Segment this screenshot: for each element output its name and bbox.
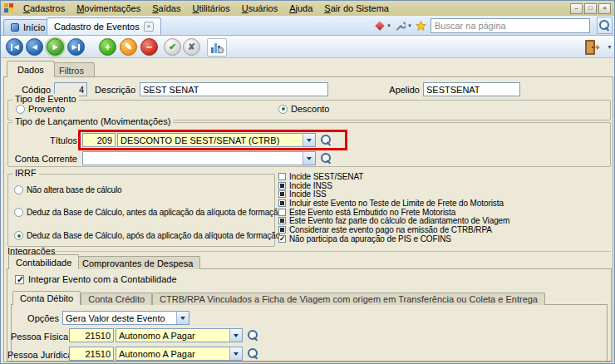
titulos-search-icon[interactable] — [321, 135, 332, 145]
flag-pis-cofins[interactable]: Não participa da apuração de PIS e COFIN… — [278, 234, 613, 243]
chevron-down-icon: ▼ — [407, 23, 412, 28]
radio-irrf-deduz-antes[interactable]: Deduz da Base de Cálculo, antes da aplic… — [14, 208, 283, 217]
menu-bar: Cadastros Movimentações Saídas Utilitári… — [1, 1, 614, 16]
confirm-button[interactable]: ✔ — [164, 38, 181, 56]
descricao-input[interactable] — [140, 82, 328, 96]
titulos-combo[interactable]: DESCONTO DE SEST/SENAT (CTRB) — [117, 133, 316, 147]
tab-filtros[interactable]: Filtros — [48, 62, 95, 77]
radio-provento[interactable]: Provento — [16, 104, 65, 114]
flag-incide-inss[interactable]: Incide INSS — [278, 181, 613, 190]
page-search-input[interactable] — [430, 18, 590, 33]
tab-dados[interactable]: Dados — [7, 61, 55, 77]
tab-inicio[interactable]: Início — [3, 19, 52, 35]
descricao-label: Descrição — [87, 85, 135, 95]
menu-usuarios[interactable]: Usuários — [236, 2, 283, 15]
apelido-input[interactable] — [423, 82, 520, 96]
edit-record-button[interactable]: ✎ — [120, 38, 137, 56]
tab-contabilidade[interactable]: Contabilidade — [8, 254, 79, 269]
cancel-button[interactable]: ✘ — [183, 38, 200, 56]
conta-corrente-combo[interactable] — [82, 151, 316, 165]
menu-saidas[interactable]: Saídas — [146, 2, 186, 15]
menu-sair[interactable]: Sair do Sistema — [318, 2, 395, 15]
conta-corrente-label: Conta Corrente — [11, 154, 77, 164]
flag-pago-ctrb-rpa[interactable]: Considerar este evento pago na emissão d… — [278, 225, 613, 234]
pessoa-fisica-search-icon[interactable] — [248, 330, 258, 341]
radio-irrf-deduz-apos[interactable]: Deduz da Base de Cálculo, após da aplica… — [14, 231, 280, 240]
event-flags-list: Incide SEST/SENAT Incide INSS Incide ISS… — [278, 172, 613, 243]
checkbox-icon — [278, 190, 286, 198]
tab-cadastro-label: Cadastro de Eventos — [54, 22, 140, 32]
subtab-conta-debito-label: Conta Débito — [20, 293, 73, 303]
radio-desconto-label: Desconto — [291, 104, 329, 114]
titulos-label: Títulos — [27, 135, 77, 145]
main-content: Dados Filtros Código Descrição Apelido T… — [1, 58, 615, 364]
inicio-tab-icon — [11, 23, 19, 32]
pessoa-juridica-code-input[interactable] — [69, 347, 114, 361]
chevron-down-icon[interactable] — [176, 312, 189, 324]
dados-panel: Código Descrição Apelido Tipo de Evento … — [3, 76, 613, 362]
conta-corrente-search-icon[interactable] — [321, 153, 332, 164]
previous-record-button[interactable]: ◀ — [26, 38, 43, 56]
gem-button[interactable]: ▼ — [372, 18, 394, 33]
page-search-button[interactable] — [597, 17, 613, 34]
delete-record-button[interactable]: − — [140, 38, 158, 56]
check-icon: ✔ — [169, 42, 176, 52]
close-button[interactable]: × — [598, 3, 611, 14]
gem-icon — [375, 21, 384, 30]
menu-utilitarios[interactable]: Utilitários — [186, 2, 235, 15]
first-record-button[interactable]: ◀ — [6, 38, 23, 56]
opcoes-combo[interactable]: Gera Valor deste Evento — [62, 311, 189, 325]
maximize-button[interactable]: □ — [584, 3, 597, 14]
subtab-conta-credito-label: Conta Crédito — [88, 294, 145, 304]
chevron-down-icon[interactable] — [229, 329, 242, 342]
tab-cadastro-de-eventos[interactable]: Cadastro de Eventos × — [47, 17, 161, 35]
integrar-evento-checkbox[interactable]: Integrar Evento com a Contabilidade — [15, 274, 177, 284]
exit-button[interactable] — [581, 37, 603, 57]
tab-dados-label: Dados — [17, 65, 44, 75]
pessoa-juridica-combo[interactable]: Autonomo A Pagar — [116, 347, 243, 361]
checkbox-label: Incide SEST/SENAT — [289, 172, 363, 181]
chevron-down-icon[interactable] — [303, 152, 315, 165]
subtab-conta-debito[interactable]: Conta Débito — [12, 291, 81, 305]
application-window: Cadastros Movimentações Saídas Utilitári… — [0, 0, 615, 364]
conta-subtabs: Conta Débito Conta Crédito CTRB/RPA Vinc… — [12, 291, 545, 305]
tab-close-icon[interactable]: × — [144, 22, 154, 32]
subtab-ctrb-rpa-vinculados[interactable]: CTRB/RPA Vinculados a Ficha de Viagem co… — [152, 293, 545, 305]
menu-cadastros[interactable]: Cadastros — [17, 2, 71, 15]
subtab-conta-credito[interactable]: Conta Crédito — [81, 293, 152, 305]
tipo-de-lancamento-legend: Tipo de Lançamento (Movimentações) — [12, 116, 173, 126]
add-record-button[interactable]: + — [99, 38, 116, 56]
chevron-down-icon[interactable] — [229, 347, 242, 360]
flag-teste-limite-frete[interactable]: Incluir este Evento no Teste de Limite d… — [278, 199, 613, 208]
flag-embutido-frete[interactable]: Este Evento está Embutido no Frete Motor… — [278, 208, 613, 217]
titulos-code-input[interactable] — [82, 133, 116, 147]
radio-icon — [14, 185, 23, 194]
chart-button[interactable] — [207, 38, 227, 57]
checkbox-icon — [278, 199, 286, 207]
next-record-button[interactable]: ▶ — [47, 38, 64, 56]
tab-comprovantes-de-despesa[interactable]: Comprovantes de Despesa — [75, 256, 200, 269]
pessoa-juridica-combo-value: Autonomo A Pagar — [119, 349, 228, 359]
radio-irrf-nao-altera[interactable]: Não altera base de cálculo — [14, 185, 122, 194]
favorites-button[interactable] — [413, 18, 429, 33]
checkbox-icon — [278, 226, 286, 234]
menu-movimentacoes[interactable]: Movimentações — [71, 2, 146, 15]
record-toolbar: ◀ ◀ ▶ ▶ + ✎ − ✔ ✘ — [1, 36, 614, 58]
tools-button[interactable]: ▼ — [393, 18, 415, 33]
minimize-button[interactable]: – — [570, 3, 583, 14]
toolbar-overflow-chevron[interactable]: ▼ — [607, 44, 613, 50]
pessoa-fisica-combo[interactable]: Autonomo A Pagar — [116, 328, 243, 342]
radio-desconto[interactable]: Desconto — [278, 104, 329, 114]
flag-adiantamento-viagem[interactable]: Este Evento faz parte do cálculo de adia… — [278, 216, 613, 225]
pessoa-juridica-label: Pessoa Jurídica — [7, 350, 66, 360]
menu-ajuda[interactable]: Ajuda — [283, 2, 318, 15]
flag-incide-sest-senat[interactable]: Incide SEST/SENAT — [278, 172, 613, 181]
checkbox-label: Este Evento faz parte do cálculo de adia… — [289, 216, 509, 225]
pessoa-juridica-search-icon[interactable] — [248, 348, 258, 359]
last-record-button[interactable]: ▶ — [67, 38, 85, 56]
opcoes-combo-value: Gera Valor deste Evento — [66, 313, 175, 323]
flag-incide-iss[interactable]: Incide ISS — [278, 189, 613, 199]
chevron-down-icon[interactable] — [303, 134, 315, 146]
checkbox-label: Considerar este evento pago na emissão d… — [289, 225, 492, 234]
pessoa-fisica-code-input[interactable] — [69, 328, 114, 342]
